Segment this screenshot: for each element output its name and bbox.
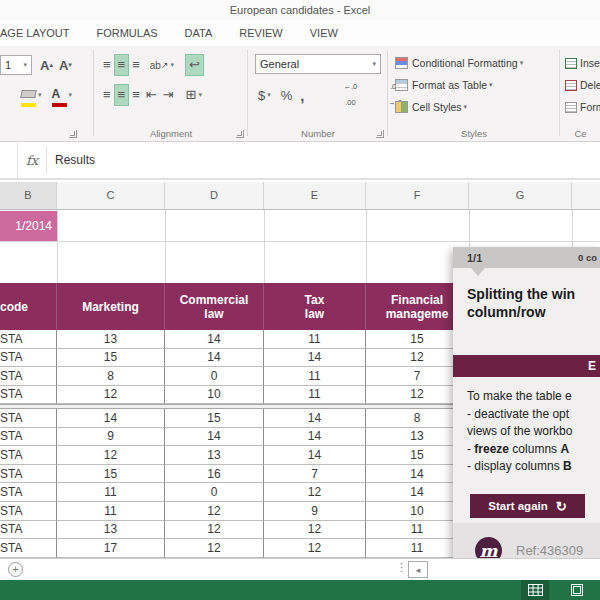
table-cell[interactable]: 14 <box>57 409 165 428</box>
table-cell[interactable]: 11 <box>57 483 165 502</box>
font-size-input[interactable]: 1 ▾ <box>0 55 32 75</box>
table-cell[interactable]: 0 <box>165 483 264 502</box>
format-cells-button[interactable]: Form <box>580 101 600 113</box>
table-cell[interactable]: STA <box>0 367 57 386</box>
table-cell[interactable]: 12 <box>57 446 165 465</box>
table-cell[interactable]: 16 <box>165 465 264 484</box>
font-color-button[interactable]: A ▾ <box>49 84 76 106</box>
align-top-button[interactable]: ≡ <box>100 54 114 76</box>
table-cell[interactable]: 14 <box>264 446 366 465</box>
table-cell[interactable]: 17 <box>57 539 165 558</box>
format-as-table-button[interactable]: Format as Table <box>412 79 487 91</box>
table-cell[interactable]: 14 <box>165 349 264 368</box>
table-cell[interactable]: 14 <box>165 330 264 349</box>
table-cell[interactable]: 13 <box>57 521 165 540</box>
grow-font-button[interactable]: A▴ <box>37 54 56 76</box>
new-sheet-button[interactable]: + <box>8 562 23 577</box>
orientation-button[interactable]: ab ↗ ▾ <box>147 54 177 76</box>
accounting-format-button[interactable]: $ ▾ <box>255 84 274 106</box>
horizontal-scroll-left-button[interactable]: ◂ <box>408 561 428 578</box>
table-cell[interactable]: 12 <box>264 483 366 502</box>
tab-review[interactable]: REVIEW <box>239 27 282 39</box>
column-header-b[interactable]: B <box>0 182 57 209</box>
fill-color-button[interactable]: ▾ <box>18 84 45 106</box>
table-cell[interactable]: 0 <box>165 367 264 386</box>
table-cell[interactable]: STA <box>0 465 57 484</box>
table-header-commercial-law[interactable]: Commercial law <box>165 283 264 330</box>
table-cell[interactable]: 14 <box>264 349 366 368</box>
table-cell[interactable]: 7 <box>264 465 366 484</box>
wrap-text-button[interactable]: ↩ <box>185 54 204 76</box>
align-bottom-button[interactable]: ≡ <box>129 54 143 76</box>
align-center-button[interactable]: ≡ <box>114 84 130 106</box>
column-header-g[interactable]: G <box>469 182 572 209</box>
table-cell[interactable]: 8 <box>57 367 165 386</box>
table-cell[interactable]: 12 <box>57 386 165 405</box>
increase-indent-button[interactable]: ⇥ <box>160 84 177 106</box>
table-cell[interactable]: 11 <box>57 502 165 521</box>
tab-page-layout[interactable]: AGE LAYOUT <box>0 27 69 39</box>
table-cell[interactable]: 9 <box>57 428 165 447</box>
table-cell[interactable]: 9 <box>264 502 366 521</box>
table-cell[interactable]: 13 <box>57 330 165 349</box>
align-left-button[interactable]: ≡ <box>100 84 114 106</box>
table-cell[interactable]: 12 <box>165 539 264 558</box>
table-cell[interactable]: 14 <box>165 428 264 447</box>
table-cell[interactable]: 10 <box>165 386 264 405</box>
increase-decimal-button[interactable]: ←.0 .00 <box>315 84 360 106</box>
tab-formulas[interactable]: FORMULAS <box>96 27 157 39</box>
column-header-e[interactable]: E <box>264 182 366 209</box>
table-cell[interactable]: 12 <box>264 539 366 558</box>
align-right-button[interactable]: ≡ <box>129 84 143 106</box>
table-cell[interactable]: STA <box>0 409 57 428</box>
tab-data[interactable]: DATA <box>185 27 213 39</box>
table-header-tax-law[interactable]: Tax law <box>264 283 366 330</box>
alignment-dialog-launcher[interactable] <box>236 130 244 138</box>
formula-input[interactable]: Results <box>55 153 95 167</box>
table-cell[interactable]: STA <box>0 502 57 521</box>
table-cell[interactable]: 14 <box>264 428 366 447</box>
table-cell[interactable]: STA <box>0 521 57 540</box>
align-middle-button[interactable]: ≡ <box>114 54 130 76</box>
shrink-font-button[interactable]: A▾ <box>56 54 75 76</box>
table-cell[interactable]: STA <box>0 428 57 447</box>
table-cell[interactable]: 12 <box>264 521 366 540</box>
table-cell[interactable]: 11 <box>264 330 366 349</box>
table-cell[interactable]: 14 <box>264 409 366 428</box>
number-dialog-launcher[interactable] <box>376 130 384 138</box>
table-cell[interactable]: 15 <box>165 409 264 428</box>
insert-function-button[interactable]: fx <box>18 153 46 168</box>
number-format-select[interactable]: General ▾ <box>255 54 381 74</box>
merge-center-button[interactable]: ⊞ ▾ <box>183 84 205 106</box>
table-cell[interactable]: 12 <box>165 521 264 540</box>
tab-view[interactable]: VIEW <box>310 27 338 39</box>
table-header-code[interactable]: code <box>0 283 57 330</box>
table-cell[interactable]: 12 <box>165 502 264 521</box>
column-header-d[interactable]: D <box>165 182 264 209</box>
delete-cells-button[interactable]: Dele <box>580 79 600 91</box>
table-cell[interactable]: 13 <box>165 446 264 465</box>
decrease-indent-button[interactable]: ⇤ <box>143 84 160 106</box>
font-dialog-launcher[interactable] <box>69 130 77 138</box>
percent-style-button[interactable]: % <box>278 84 296 106</box>
table-cell[interactable]: STA <box>0 483 57 502</box>
page-layout-view-button[interactable] <box>563 580 591 600</box>
table-cell[interactable]: STA <box>0 446 57 465</box>
date-cell[interactable]: 1/2014 <box>0 211 57 241</box>
column-header-f[interactable]: F <box>366 182 469 209</box>
start-again-button[interactable]: Start again ↻ <box>470 494 585 518</box>
table-cell[interactable]: STA <box>0 330 57 349</box>
comma-style-button[interactable]: , <box>297 84 307 106</box>
table-header-marketing[interactable]: Marketing <box>57 283 165 330</box>
table-cell[interactable]: STA <box>0 386 57 405</box>
insert-cells-button[interactable]: Inse <box>580 57 600 69</box>
normal-view-button[interactable] <box>521 580 549 600</box>
table-cell[interactable]: 11 <box>264 386 366 405</box>
conditional-formatting-button[interactable]: Conditional Formatting <box>412 57 518 69</box>
column-header-c[interactable]: C <box>57 182 165 209</box>
table-cell[interactable]: 11 <box>264 367 366 386</box>
table-cell[interactable]: STA <box>0 349 57 368</box>
table-cell[interactable]: 15 <box>57 349 165 368</box>
table-cell[interactable]: 15 <box>57 465 165 484</box>
cell-styles-button[interactable]: Cell Styles <box>412 101 462 113</box>
